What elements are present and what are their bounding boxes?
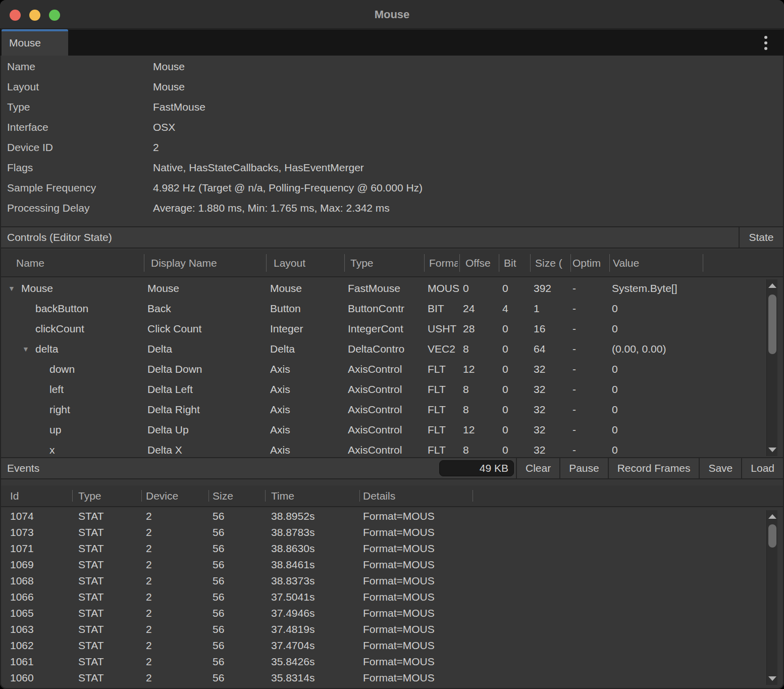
tab-mouse[interactable]: Mouse (2, 29, 68, 56)
kebab-menu-icon[interactable] (760, 35, 771, 51)
control-bit: 0 (502, 379, 530, 400)
column-header-display-name[interactable]: Display Name (151, 250, 265, 276)
event-row[interactable]: 1071 STAT 2 56 38.8630s Format=MOUS (1, 540, 783, 557)
scroll-down-icon[interactable] (768, 448, 776, 452)
control-row[interactable]: clickCount Click Count Integer IntegerCo… (1, 319, 783, 339)
control-row[interactable]: ▼Mouse Mouse Mouse FastMouse MOUS 0 0 39… (1, 278, 783, 299)
control-type: IntegerCont (348, 319, 425, 339)
event-type: STAT (78, 557, 144, 573)
column-header-id[interactable]: Id (10, 485, 68, 506)
property-row: Device ID 2 (1, 137, 783, 158)
column-resize-handle[interactable] (473, 490, 473, 502)
event-row[interactable]: 1074 STAT 2 56 38.8952s Format=MOUS (1, 508, 783, 524)
column-resize-handle[interactable] (359, 490, 360, 502)
property-value: Native, HasStateCallbacks, HasEventMerge… (153, 162, 364, 174)
events-section-title: Events (1, 458, 439, 478)
events-action-button[interactable]: Load (741, 458, 783, 478)
column-header-format[interactable]: Forma (429, 250, 458, 276)
event-row[interactable]: 1063 STAT 2 56 37.4819s Format=MOUS (1, 621, 783, 637)
column-resize-handle[interactable] (72, 490, 73, 502)
event-buffer-size-field[interactable]: 49 KB (439, 460, 514, 476)
column-header-bit[interactable]: Bit (504, 250, 528, 276)
column-resize-handle[interactable] (144, 254, 144, 272)
column-header-layout[interactable]: Layout (274, 250, 342, 276)
scroll-up-icon[interactable] (768, 283, 776, 288)
column-header-type[interactable]: Type (350, 250, 421, 276)
control-display-name: Click Count (147, 319, 265, 339)
control-row[interactable]: right Delta Right Axis AxisControl FLT 8… (1, 400, 783, 420)
titlebar[interactable]: Mouse (0, 0, 784, 29)
control-offset: 12 (463, 359, 498, 379)
scroll-up-icon[interactable] (768, 514, 776, 519)
column-header-size[interactable]: Size (213, 485, 262, 506)
tree-expander-icon[interactable]: ▼ (8, 278, 21, 299)
control-display-name: Delta Left (147, 379, 265, 400)
scrollbar-thumb[interactable] (768, 524, 776, 548)
control-name-cell: right (1, 400, 142, 420)
control-value: 0 (612, 299, 778, 319)
event-details: Format=MOUS (363, 670, 575, 686)
events-action-button[interactable]: Save (699, 458, 741, 478)
control-layout: Integer (270, 319, 343, 339)
controls-scrollbar[interactable] (766, 279, 777, 456)
column-header-name[interactable]: Name (16, 250, 142, 276)
control-bit: 0 (502, 400, 530, 420)
column-header-offset[interactable]: Offse (465, 250, 497, 276)
scrollbar-thumb[interactable] (768, 294, 776, 354)
column-resize-handle[interactable] (499, 254, 499, 272)
event-row[interactable]: 1061 STAT 2 56 35.8426s Format=MOUS (1, 654, 783, 670)
control-size: 32 (534, 400, 568, 420)
events-action-button[interactable]: Clear (516, 458, 559, 478)
events-action-button[interactable]: Record Frames (608, 458, 699, 478)
event-row[interactable]: 1066 STAT 2 56 37.5041s Format=MOUS (1, 589, 783, 605)
column-header-size[interactable]: Size ( (535, 250, 567, 276)
control-layout: Delta (270, 339, 343, 359)
control-row[interactable]: ▼delta Delta Delta DeltaContro VEC2 8 0 … (1, 339, 783, 359)
event-id: 1060 (10, 670, 71, 686)
state-button[interactable]: State (739, 227, 783, 248)
control-display-name: Mouse (147, 278, 265, 299)
column-header-type[interactable]: Type (78, 485, 138, 506)
control-row[interactable]: down Delta Down Axis AxisControl FLT 12 … (1, 359, 783, 379)
event-row[interactable]: 1069 STAT 2 56 38.8461s Format=MOUS (1, 557, 783, 573)
events-scrollbar[interactable] (766, 510, 777, 685)
column-header-time[interactable]: Time (271, 485, 356, 506)
column-resize-handle[interactable] (570, 254, 571, 272)
column-resize-handle[interactable] (344, 254, 345, 272)
control-row[interactable]: left Delta Left Axis AxisControl FLT 8 0… (1, 379, 783, 400)
event-row[interactable]: 1060 STAT 2 56 35.8314s Format=MOUS (1, 670, 783, 686)
control-row[interactable]: backButton Back Button ButtonContr BIT 2… (1, 299, 783, 319)
control-row[interactable]: up Delta Up Axis AxisControl FLT 12 0 32… (1, 420, 783, 440)
control-bit: 0 (502, 420, 530, 440)
column-header-value[interactable]: Value (613, 250, 699, 276)
scroll-down-icon[interactable] (768, 676, 776, 681)
event-device: 2 (146, 637, 211, 654)
control-bit: 0 (502, 440, 530, 457)
column-header-optimized[interactable]: Optim (572, 250, 606, 276)
column-resize-handle[interactable] (530, 254, 531, 272)
event-id: 1071 (10, 540, 71, 557)
column-header-details[interactable]: Details (363, 485, 469, 506)
control-layout: Button (270, 299, 343, 319)
column-resize-handle[interactable] (266, 254, 267, 272)
event-row[interactable]: 1065 STAT 2 56 37.4946s Format=MOUS (1, 605, 783, 621)
column-header-device[interactable]: Device (146, 485, 205, 506)
column-resize-handle[interactable] (265, 490, 266, 502)
control-name-cell: down (1, 359, 142, 379)
events-action-button[interactable]: Pause (559, 458, 608, 478)
column-resize-handle[interactable] (459, 254, 460, 272)
event-row[interactable]: 1068 STAT 2 56 38.8373s Format=MOUS (1, 573, 783, 589)
column-resize-handle[interactable] (424, 254, 425, 272)
column-resize-handle[interactable] (609, 254, 610, 272)
column-resize-handle[interactable] (141, 490, 142, 502)
tree-expander-icon[interactable]: ▼ (22, 339, 35, 359)
column-resize-handle[interactable] (208, 490, 209, 502)
event-row[interactable]: 1062 STAT 2 56 37.4704s Format=MOUS (1, 637, 783, 654)
event-id: 1062 (10, 637, 71, 654)
column-resize-handle[interactable] (703, 254, 703, 272)
control-type: AxisControl (348, 379, 425, 400)
event-row[interactable]: 1073 STAT 2 56 38.8783s Format=MOUS (1, 524, 783, 540)
property-label: Flags (1, 162, 153, 174)
control-row[interactable]: x Delta X Axis AxisControl FLT 8 0 32 - … (1, 440, 783, 457)
control-name: down (49, 359, 75, 379)
